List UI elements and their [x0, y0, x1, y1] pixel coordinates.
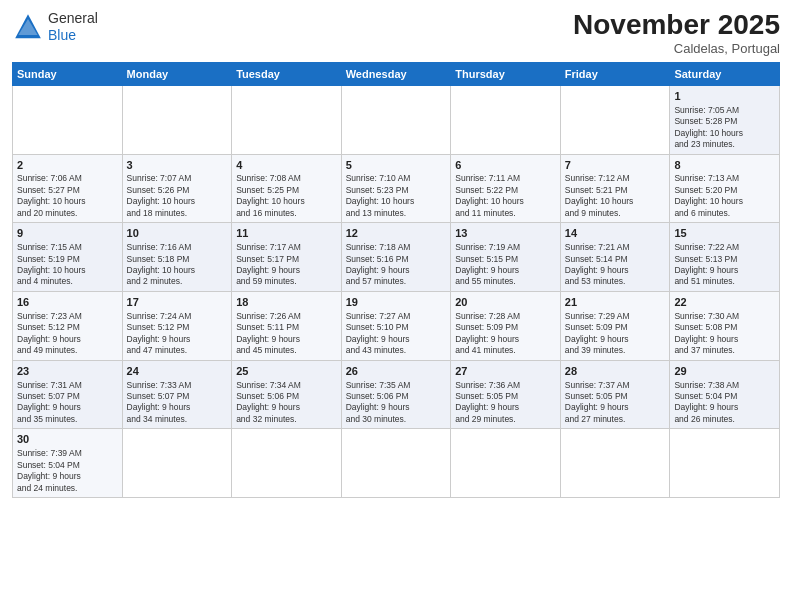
cell-line: Sunrise: 7:34 AM: [236, 380, 337, 391]
calendar-cell: 5Sunrise: 7:10 AMSunset: 5:23 PMDaylight…: [341, 154, 451, 223]
cell-line: Sunrise: 7:31 AM: [17, 380, 118, 391]
cell-line: and 26 minutes.: [674, 414, 775, 425]
day-number: 23: [17, 364, 118, 379]
calendar-cell: 19Sunrise: 7:27 AMSunset: 5:10 PMDayligh…: [341, 291, 451, 360]
cell-line: and 41 minutes.: [455, 345, 556, 356]
title-area: November 2025 Caldelas, Portugal: [573, 10, 780, 56]
calendar-cell: 10Sunrise: 7:16 AMSunset: 5:18 PMDayligh…: [122, 223, 232, 292]
calendar-cell: 16Sunrise: 7:23 AMSunset: 5:12 PMDayligh…: [13, 291, 123, 360]
cell-line: Daylight: 9 hours: [346, 334, 447, 345]
calendar-cell: [13, 85, 123, 154]
cell-content: 26Sunrise: 7:35 AMSunset: 5:06 PMDayligh…: [346, 364, 447, 426]
day-number: 11: [236, 226, 337, 241]
calendar-cell: 13Sunrise: 7:19 AMSunset: 5:15 PMDayligh…: [451, 223, 561, 292]
cell-line: Sunset: 5:15 PM: [455, 254, 556, 265]
calendar-cell: 4Sunrise: 7:08 AMSunset: 5:25 PMDaylight…: [232, 154, 342, 223]
cell-line: Sunrise: 7:11 AM: [455, 173, 556, 184]
cell-line: Sunrise: 7:26 AM: [236, 311, 337, 322]
cell-line: and 53 minutes.: [565, 276, 666, 287]
cell-line: Sunset: 5:14 PM: [565, 254, 666, 265]
cell-line: Daylight: 10 hours: [455, 196, 556, 207]
cell-line: Daylight: 9 hours: [127, 402, 228, 413]
calendar-cell: 28Sunrise: 7:37 AMSunset: 5:05 PMDayligh…: [560, 360, 670, 429]
cell-line: Daylight: 9 hours: [236, 334, 337, 345]
cell-line: Sunrise: 7:23 AM: [17, 311, 118, 322]
cell-line: and 16 minutes.: [236, 208, 337, 219]
day-number: 24: [127, 364, 228, 379]
cell-content: 21Sunrise: 7:29 AMSunset: 5:09 PMDayligh…: [565, 295, 666, 357]
cell-content: 17Sunrise: 7:24 AMSunset: 5:12 PMDayligh…: [127, 295, 228, 357]
logo-icon: [12, 11, 44, 43]
calendar-cell: 8Sunrise: 7:13 AMSunset: 5:20 PMDaylight…: [670, 154, 780, 223]
calendar-cell: [122, 85, 232, 154]
cell-line: Daylight: 9 hours: [346, 402, 447, 413]
cell-line: Daylight: 9 hours: [565, 334, 666, 345]
cell-line: Daylight: 10 hours: [127, 265, 228, 276]
cell-line: Sunset: 5:23 PM: [346, 185, 447, 196]
cell-content: 25Sunrise: 7:34 AMSunset: 5:06 PMDayligh…: [236, 364, 337, 426]
cell-line: and 11 minutes.: [455, 208, 556, 219]
calendar-cell: 17Sunrise: 7:24 AMSunset: 5:12 PMDayligh…: [122, 291, 232, 360]
cell-line: Daylight: 10 hours: [674, 196, 775, 207]
cell-line: and 37 minutes.: [674, 345, 775, 356]
day-number: 28: [565, 364, 666, 379]
day-number: 12: [346, 226, 447, 241]
day-number: 5: [346, 158, 447, 173]
calendar-cell: 30Sunrise: 7:39 AMSunset: 5:04 PMDayligh…: [13, 429, 123, 498]
cell-line: Sunset: 5:19 PM: [17, 254, 118, 265]
calendar-cell: 29Sunrise: 7:38 AMSunset: 5:04 PMDayligh…: [670, 360, 780, 429]
cell-content: 6Sunrise: 7:11 AMSunset: 5:22 PMDaylight…: [455, 158, 556, 220]
cell-line: Daylight: 10 hours: [17, 265, 118, 276]
cell-line: Sunset: 5:26 PM: [127, 185, 228, 196]
cell-line: and 4 minutes.: [17, 276, 118, 287]
cell-line: Sunset: 5:22 PM: [455, 185, 556, 196]
calendar-cell: [232, 429, 342, 498]
cell-content: 14Sunrise: 7:21 AMSunset: 5:14 PMDayligh…: [565, 226, 666, 288]
day-number: 20: [455, 295, 556, 310]
cell-line: and 59 minutes.: [236, 276, 337, 287]
cell-line: Daylight: 9 hours: [17, 334, 118, 345]
day-number: 1: [674, 89, 775, 104]
cell-line: Sunset: 5:04 PM: [674, 391, 775, 402]
calendar-table: SundayMondayTuesdayWednesdayThursdayFrid…: [12, 62, 780, 498]
day-number: 17: [127, 295, 228, 310]
calendar-cell: 2Sunrise: 7:06 AMSunset: 5:27 PMDaylight…: [13, 154, 123, 223]
cell-line: Daylight: 9 hours: [455, 334, 556, 345]
cell-line: and 18 minutes.: [127, 208, 228, 219]
cell-line: and 9 minutes.: [565, 208, 666, 219]
calendar-cell: 1Sunrise: 7:05 AMSunset: 5:28 PMDaylight…: [670, 85, 780, 154]
calendar-cell: [560, 85, 670, 154]
cell-line: Sunset: 5:20 PM: [674, 185, 775, 196]
cell-line: Sunrise: 7:10 AM: [346, 173, 447, 184]
cell-line: Sunset: 5:07 PM: [17, 391, 118, 402]
cell-line: Sunrise: 7:12 AM: [565, 173, 666, 184]
cell-line: Sunset: 5:12 PM: [17, 322, 118, 333]
cell-content: 19Sunrise: 7:27 AMSunset: 5:10 PMDayligh…: [346, 295, 447, 357]
cell-line: and 23 minutes.: [674, 139, 775, 150]
logo-general: General: [48, 10, 98, 27]
cell-content: 4Sunrise: 7:08 AMSunset: 5:25 PMDaylight…: [236, 158, 337, 220]
cell-line: Sunrise: 7:33 AM: [127, 380, 228, 391]
cell-line: and 6 minutes.: [674, 208, 775, 219]
cell-line: Sunset: 5:09 PM: [565, 322, 666, 333]
header: General Blue November 2025 Caldelas, Por…: [12, 10, 780, 56]
cell-content: 3Sunrise: 7:07 AMSunset: 5:26 PMDaylight…: [127, 158, 228, 220]
cell-line: and 35 minutes.: [17, 414, 118, 425]
cell-line: Sunrise: 7:06 AM: [17, 173, 118, 184]
cell-line: Daylight: 9 hours: [236, 265, 337, 276]
calendar-cell: 12Sunrise: 7:18 AMSunset: 5:16 PMDayligh…: [341, 223, 451, 292]
cell-line: Sunrise: 7:22 AM: [674, 242, 775, 253]
cell-content: 16Sunrise: 7:23 AMSunset: 5:12 PMDayligh…: [17, 295, 118, 357]
cell-line: Sunset: 5:12 PM: [127, 322, 228, 333]
calendar-week-6: 30Sunrise: 7:39 AMSunset: 5:04 PMDayligh…: [13, 429, 780, 498]
calendar-week-4: 16Sunrise: 7:23 AMSunset: 5:12 PMDayligh…: [13, 291, 780, 360]
day-number: 8: [674, 158, 775, 173]
day-number: 6: [455, 158, 556, 173]
col-header-tuesday: Tuesday: [232, 62, 342, 85]
cell-line: Sunrise: 7:07 AM: [127, 173, 228, 184]
cell-line: Sunrise: 7:24 AM: [127, 311, 228, 322]
cell-content: 15Sunrise: 7:22 AMSunset: 5:13 PMDayligh…: [674, 226, 775, 288]
cell-line: Sunrise: 7:38 AM: [674, 380, 775, 391]
calendar-cell: 22Sunrise: 7:30 AMSunset: 5:08 PMDayligh…: [670, 291, 780, 360]
cell-line: Daylight: 9 hours: [674, 265, 775, 276]
